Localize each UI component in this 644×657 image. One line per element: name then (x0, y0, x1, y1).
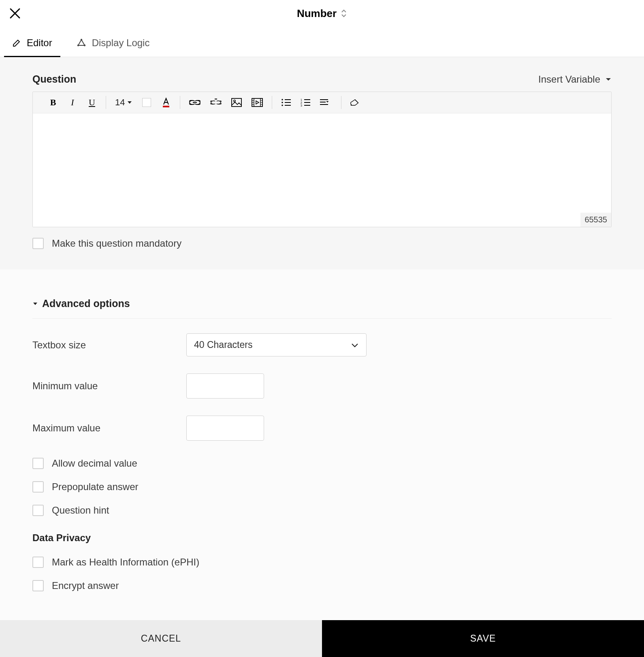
mandatory-label: Make this question mandatory (52, 238, 181, 249)
svg-text:1: 1 (301, 98, 302, 101)
save-button[interactable]: SAVE (322, 620, 644, 657)
unlink-button[interactable] (210, 97, 222, 108)
sort-icon (341, 9, 347, 18)
bullet-list-button[interactable] (281, 97, 291, 108)
editor-toolbar: B I U 14 (33, 92, 611, 113)
align-icon (320, 98, 332, 107)
encrypt-label: Encrypt answer (52, 580, 119, 591)
svg-point-24 (282, 105, 284, 106)
tab-editor-label: Editor (27, 37, 52, 49)
background-color-button[interactable] (142, 97, 151, 108)
svg-text:3: 3 (301, 104, 302, 107)
underline-button[interactable]: U (87, 97, 97, 108)
advanced-options-toggle[interactable]: Advanced options (32, 298, 612, 319)
bullet-list-icon (281, 98, 291, 107)
text-color-button[interactable] (161, 97, 171, 108)
logic-icon (77, 38, 86, 47)
bold-icon: B (50, 97, 56, 108)
tab-display-logic[interactable]: Display Logic (73, 31, 153, 57)
underline-icon: U (89, 97, 95, 108)
svg-point-22 (282, 99, 284, 100)
data-privacy-heading: Data Privacy (32, 532, 612, 544)
ephi-label: Mark as Health Information (ePHI) (52, 557, 199, 568)
max-value-input[interactable] (186, 416, 264, 441)
svg-point-1 (84, 45, 85, 46)
textbox-size-value: 40 Characters (194, 339, 252, 350)
min-value-label: Minimum value (32, 380, 186, 392)
svg-point-23 (282, 102, 284, 103)
align-button[interactable] (320, 97, 332, 108)
page-title: Number (297, 7, 337, 20)
mandatory-checkbox[interactable] (32, 238, 44, 249)
video-button[interactable] (252, 97, 263, 108)
max-value-label: Maximum value (32, 422, 186, 434)
char-count: 65535 (580, 213, 611, 227)
question-hint-label: Question hint (52, 505, 109, 516)
cancel-button[interactable]: CANCEL (0, 620, 322, 657)
encrypt-checkbox[interactable] (32, 580, 44, 591)
numbered-list-button[interactable]: 123 (301, 97, 310, 108)
color-swatch-icon (142, 98, 151, 107)
italic-icon: I (71, 97, 74, 108)
clear-format-button[interactable] (350, 97, 361, 108)
pencil-icon (12, 38, 21, 47)
close-icon (9, 7, 21, 19)
caret-down-icon (32, 301, 38, 306)
svg-text:2: 2 (301, 101, 302, 104)
textbox-size-select[interactable]: 40 Characters (186, 333, 367, 356)
svg-rect-3 (163, 106, 169, 107)
close-button[interactable] (9, 7, 21, 19)
insert-variable-button[interactable]: Insert Variable (538, 74, 612, 85)
eraser-icon (350, 99, 361, 106)
textbox-size-label: Textbox size (32, 339, 186, 351)
question-hint-checkbox[interactable] (32, 505, 44, 516)
tab-display-logic-label: Display Logic (92, 37, 150, 49)
prepopulate-label: Prepopulate answer (52, 481, 138, 493)
italic-button[interactable]: I (68, 97, 77, 108)
svg-rect-11 (232, 98, 241, 107)
question-type-selector[interactable]: Number (297, 7, 347, 20)
caret-down-icon (127, 100, 132, 105)
tab-editor[interactable]: Editor (9, 31, 55, 57)
ephi-checkbox[interactable] (32, 557, 44, 568)
font-size-value: 14 (115, 97, 125, 108)
svg-rect-10 (213, 101, 218, 104)
insert-variable-label: Insert Variable (538, 74, 600, 85)
svg-point-12 (234, 100, 235, 102)
svg-point-2 (77, 45, 79, 46)
svg-point-0 (81, 39, 82, 41)
numbered-list-icon: 123 (301, 98, 310, 107)
link-button[interactable] (189, 97, 200, 108)
question-label: Question (32, 73, 76, 85)
allow-decimal-label: Allow decimal value (52, 458, 137, 469)
rich-text-editor: B I U 14 (32, 92, 612, 227)
allow-decimal-checkbox[interactable] (32, 458, 44, 469)
font-size-selector[interactable]: 14 (115, 97, 132, 108)
link-icon (189, 99, 200, 106)
chevron-down-icon (351, 342, 359, 348)
image-button[interactable] (231, 97, 242, 108)
video-icon (252, 98, 263, 107)
question-text-input[interactable]: 65535 (33, 113, 611, 227)
unlink-icon (210, 98, 222, 107)
image-icon (231, 98, 242, 107)
min-value-input[interactable] (186, 373, 264, 399)
caret-down-icon (605, 77, 612, 82)
bold-button[interactable]: B (48, 97, 58, 108)
advanced-options-label: Advanced options (42, 298, 130, 309)
text-color-icon (161, 97, 171, 108)
prepopulate-checkbox[interactable] (32, 481, 44, 493)
